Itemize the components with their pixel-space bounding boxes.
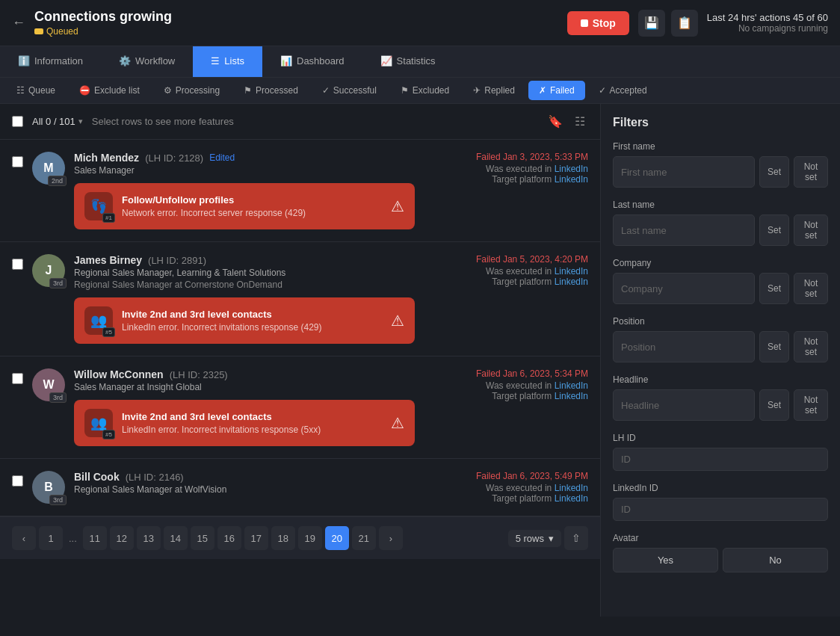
degree-badge: 3rd	[49, 278, 67, 288]
sub-tab-queue-label: Queue	[28, 85, 55, 96]
tab-lists[interactable]: ☰ Lists	[193, 46, 262, 77]
sub-tab-processing-label: Processing	[176, 85, 220, 96]
stop-icon	[581, 19, 588, 27]
list-toolbar: All 0 / 101 ▾ Select rows to see more fe…	[0, 104, 600, 140]
count-selector[interactable]: All 0 / 101 ▾	[32, 116, 83, 127]
back-button[interactable]: ←	[12, 15, 25, 31]
first-name-input[interactable]	[613, 156, 755, 188]
position-notset-button[interactable]: Not set	[794, 331, 828, 362]
contact-details: Bill Cook (LH ID: 2146) Regional Sales M…	[74, 471, 415, 496]
company-notset-button[interactable]: Not set	[794, 273, 828, 304]
sub-tab-excluded-label: Excluded	[413, 85, 449, 96]
page-14-button[interactable]: 14	[164, 526, 188, 550]
contact-name-row: Bill Cook (LH ID: 2146)	[74, 471, 415, 483]
contact-row: W 3rd Willow McConnen (LH ID: 2325) Sale…	[0, 356, 600, 459]
headline-input-row: Set Not set	[613, 389, 828, 421]
last-name-set-button[interactable]: Set	[759, 214, 789, 246]
tab-workflow[interactable]: ⚙️ Workflow	[101, 46, 193, 77]
left-panel: All 0 / 101 ▾ Select rows to see more fe…	[0, 104, 601, 617]
tab-information[interactable]: ℹ️ Information	[0, 46, 101, 77]
select-all-checkbox[interactable]	[12, 116, 23, 127]
sub-tab-accepted[interactable]: ✓ Accepted	[588, 81, 658, 100]
alert-icon: ⚠	[391, 414, 404, 432]
rows-selector[interactable]: 5 rows ▾	[508, 530, 561, 547]
sub-tab-processed[interactable]: ⚑ Processed	[233, 81, 309, 100]
successful-icon: ✓	[322, 85, 330, 96]
headline-input[interactable]	[613, 389, 755, 421]
next-page-button[interactable]: ›	[379, 526, 403, 550]
position-set-button[interactable]: Set	[759, 331, 789, 362]
company-set-button[interactable]: Set	[759, 273, 789, 304]
sub-tab-failed[interactable]: ✗ Failed	[528, 81, 585, 100]
linkedin-id-input[interactable]	[613, 498, 828, 521]
page-17-button[interactable]: 17	[244, 526, 268, 550]
page-11-button[interactable]: 11	[83, 526, 107, 550]
degree-badge: 3rd	[49, 392, 67, 403]
stop-button[interactable]: Stop	[567, 11, 629, 35]
headline-set-button[interactable]: Set	[759, 389, 789, 421]
header: ← Connections growing Queued Stop 💾 📋 La…	[0, 0, 840, 46]
sub-tab-excluded[interactable]: ⚑ Excluded	[390, 81, 460, 100]
tab-dashboard[interactable]: 📊 Dashboard	[262, 46, 362, 77]
sub-tab-processing[interactable]: ⚙ Processing	[153, 81, 230, 100]
sub-tab-successful[interactable]: ✓ Successful	[312, 81, 387, 100]
page-18-button[interactable]: 18	[271, 526, 295, 550]
header-actions: 💾 📋	[638, 10, 698, 37]
avatar-label: Avatar	[613, 533, 828, 543]
filter-first-name: First name Set Not set	[613, 141, 828, 188]
page-19-button[interactable]: 19	[298, 526, 322, 550]
failed-icon: ✗	[539, 85, 546, 96]
page-20-button[interactable]: 20	[325, 526, 349, 550]
lh-id: (LH ID: 2325)	[170, 369, 228, 380]
sub-tab-exclude-label: Exclude list	[94, 85, 140, 96]
action-card-text: Follow/Unfollow profiles Network error. …	[122, 194, 382, 218]
lh-id-input[interactable]	[613, 448, 828, 471]
scroll-top-button[interactable]: ⇧	[564, 526, 588, 550]
filter-linkedin-id: LinkedIn ID	[613, 483, 828, 521]
action-card: 👥 #5 Invite 2nd and 3rd level contacts L…	[74, 400, 415, 446]
chevron-down-icon: ▾	[78, 117, 83, 126]
contact-right: Failed Jan 5, 2023, 4:20 PM Was executed…	[424, 254, 588, 287]
action-card-icon: 👥 #5	[84, 306, 113, 335]
row-checkbox-3[interactable]	[12, 475, 23, 487]
last-name-notset-button[interactable]: Not set	[794, 214, 828, 246]
row-checkbox-0[interactable]	[12, 156, 23, 167]
last-name-input[interactable]	[613, 214, 755, 246]
lists-icon: ☰	[211, 55, 220, 67]
row-checkbox-2[interactable]	[12, 373, 23, 384]
statistics-icon: 📈	[380, 55, 392, 67]
contact-details: Mich Mendez (LH ID: 2128) Edited Sales M…	[74, 152, 415, 229]
sub-tab-queue[interactable]: ☷ Queue	[6, 81, 66, 100]
prev-page-button[interactable]: ‹	[12, 526, 36, 550]
position-input[interactable]	[613, 331, 755, 362]
page-21-button[interactable]: 21	[352, 526, 376, 550]
page-16-button[interactable]: 16	[217, 526, 241, 550]
sub-tab-exclude-list[interactable]: ⛔ Exclude list	[69, 81, 150, 100]
row-checkbox-1[interactable]	[12, 259, 23, 270]
target-platform: Target platform LinkedIn	[424, 277, 588, 287]
avatar-yes-button[interactable]: Yes	[613, 548, 718, 572]
page-15-button[interactable]: 15	[191, 526, 214, 550]
stop-label: Stop	[593, 17, 616, 29]
executed-platform: LinkedIn	[555, 380, 588, 391]
grid-icon-button[interactable]: ☷	[572, 111, 588, 132]
first-name-notset-button[interactable]: Not set	[794, 156, 828, 188]
headline-notset-button[interactable]: Not set	[794, 389, 828, 421]
filter-icon-button[interactable]: 🔖	[545, 111, 566, 132]
page-13-button[interactable]: 13	[137, 526, 161, 550]
sub-tab-replied[interactable]: ✈ Replied	[463, 81, 525, 100]
save-icon-button[interactable]: 💾	[638, 10, 665, 37]
rows-chevron-icon: ▾	[549, 533, 554, 544]
right-panel: Filters First name Set Not set Last name…	[601, 104, 840, 617]
target-platform-link: LinkedIn	[555, 493, 588, 504]
nav-tabs: ℹ️ Information ⚙️ Workflow ☰ Lists 📊 Das…	[0, 46, 840, 78]
copy-icon-button[interactable]: 📋	[671, 10, 698, 37]
avatar-no-button[interactable]: No	[723, 548, 828, 572]
first-name-set-button[interactable]: Set	[759, 156, 789, 188]
tab-statistics[interactable]: 📈 Statistics	[362, 46, 454, 77]
target-platform-link: LinkedIn	[555, 174, 588, 185]
first-page-button[interactable]: 1	[39, 526, 63, 550]
company-input[interactable]	[613, 273, 755, 304]
target-platform-link: LinkedIn	[555, 277, 588, 287]
page-12-button[interactable]: 12	[110, 526, 134, 550]
